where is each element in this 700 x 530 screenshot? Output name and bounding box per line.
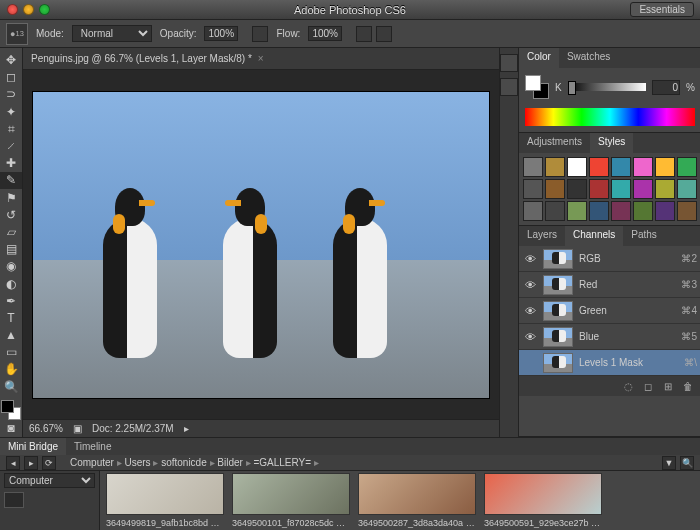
marquee-tool[interactable]: ◻ <box>0 69 22 85</box>
nav-boomerang-icon[interactable]: ⟳ <box>42 456 56 470</box>
tab-paths[interactable]: Paths <box>623 226 665 246</box>
style-swatch[interactable] <box>589 179 609 199</box>
style-swatch[interactable] <box>589 157 609 177</box>
history-brush-tool[interactable]: ↺ <box>0 207 22 223</box>
pen-tool[interactable]: ✒ <box>0 293 22 309</box>
stamp-tool[interactable]: ⚑ <box>0 190 22 206</box>
style-swatch[interactable] <box>589 201 609 221</box>
style-swatch[interactable] <box>523 201 543 221</box>
canvas-viewport[interactable] <box>23 70 499 419</box>
load-selection-icon[interactable]: ◌ <box>621 379 635 393</box>
nav-forward-icon[interactable]: ▸ <box>24 456 38 470</box>
zoom-level[interactable]: 66.67% <box>29 423 63 434</box>
style-swatch[interactable] <box>567 201 587 221</box>
visibility-eye-icon[interactable] <box>523 356 537 370</box>
breadcrumb-item[interactable]: =GALLERY= <box>253 457 311 468</box>
move-tool[interactable]: ✥ <box>0 52 22 68</box>
bridge-item[interactable]: 3649500591_929e3ce27b S… <box>484 473 602 528</box>
bridge-item[interactable]: 3649499819_9afb1bc8bd Softonic… <box>106 473 224 528</box>
channel-row[interactable]: 👁Red⌘3 <box>519 272 700 298</box>
blend-mode-select[interactable]: Normal <box>72 25 152 42</box>
dodge-tool[interactable]: ◐ <box>0 275 22 291</box>
tab-color[interactable]: Color <box>519 48 559 68</box>
color-swatch-tool[interactable] <box>0 400 22 420</box>
search-icon[interactable]: 🔍 <box>680 456 694 470</box>
breadcrumb-path[interactable]: Computer ▸ Users ▸ softonicde ▸ Bilder ▸… <box>70 457 319 468</box>
brush-preset-preview[interactable]: ●13 <box>6 23 28 45</box>
workspace-switcher[interactable]: Essentials <box>630 2 694 17</box>
eyedropper-tool[interactable]: ⟋ <box>0 138 22 154</box>
visibility-eye-icon[interactable]: 👁 <box>523 304 537 318</box>
color-swatch-pair[interactable] <box>525 75 549 99</box>
breadcrumb-item[interactable]: softonicde <box>161 457 207 468</box>
history-panel-icon[interactable] <box>500 54 518 72</box>
style-swatch[interactable] <box>655 157 675 177</box>
tab-mini-bridge[interactable]: Mini Bridge <box>0 438 66 455</box>
delete-channel-icon[interactable]: 🗑 <box>681 379 695 393</box>
location-select[interactable]: Computer <box>4 473 95 488</box>
flow-value[interactable]: 100% <box>308 26 342 41</box>
close-tab-icon[interactable]: × <box>258 53 264 64</box>
doc-size-icon[interactable]: ▣ <box>73 423 82 434</box>
tab-adjustments[interactable]: Adjustments <box>519 133 590 153</box>
channel-row[interactable]: Levels 1 Mask⌘\ <box>519 350 700 376</box>
airbrush-icon[interactable] <box>356 26 372 42</box>
style-swatch[interactable] <box>545 201 565 221</box>
style-swatch[interactable] <box>567 179 587 199</box>
k-value-input[interactable] <box>652 80 680 95</box>
breadcrumb-item[interactable]: Computer <box>70 457 114 468</box>
breadcrumb-item[interactable]: Bilder <box>217 457 243 468</box>
channel-row[interactable]: 👁Green⌘4 <box>519 298 700 324</box>
eraser-tool[interactable]: ▱ <box>0 224 22 240</box>
visibility-eye-icon[interactable]: 👁 <box>523 252 537 266</box>
blur-tool[interactable]: ◉ <box>0 258 22 274</box>
style-swatch[interactable] <box>633 157 653 177</box>
path-select-tool[interactable]: ▲ <box>0 327 22 343</box>
document-tab[interactable]: Penguins.jpg @ 66.7% (Levels 1, Layer Ma… <box>23 48 499 70</box>
healing-tool[interactable]: ✚ <box>0 155 22 171</box>
channel-row[interactable]: 👁Blue⌘5 <box>519 324 700 350</box>
opacity-value[interactable]: 100% <box>204 26 238 41</box>
tab-styles[interactable]: Styles <box>590 133 633 153</box>
style-swatch[interactable] <box>633 201 653 221</box>
foreground-swatch[interactable] <box>1 400 14 413</box>
channel-row[interactable]: 👁RGB⌘2 <box>519 246 700 272</box>
tab-swatches[interactable]: Swatches <box>559 48 618 68</box>
save-selection-icon[interactable]: ◻ <box>641 379 655 393</box>
style-swatch[interactable] <box>677 201 697 221</box>
style-swatch[interactable] <box>611 201 631 221</box>
nav-back-icon[interactable]: ◂ <box>6 456 20 470</box>
pressure-size-icon[interactable] <box>376 26 392 42</box>
bridge-item[interactable]: 3649500101_f87028c5dc Softonic… <box>232 473 350 528</box>
bridge-item[interactable]: 3649500287_3d8a3da40a Softonic… <box>358 473 476 528</box>
quick-mask-icon[interactable]: ◙ <box>0 420 22 436</box>
color-spectrum[interactable] <box>525 108 695 126</box>
visibility-eye-icon[interactable]: 👁 <box>523 278 537 292</box>
breadcrumb-item[interactable]: Users <box>124 457 150 468</box>
crop-tool[interactable]: ⌗ <box>0 121 22 137</box>
style-swatch[interactable] <box>545 179 565 199</box>
style-swatch[interactable] <box>567 157 587 177</box>
new-channel-icon[interactable]: ⊞ <box>661 379 675 393</box>
doc-info[interactable]: Doc: 2.25M/2.37M <box>92 423 174 434</box>
style-swatch[interactable] <box>611 179 631 199</box>
brush-tool[interactable]: ✎ <box>0 172 22 188</box>
pressure-opacity-icon[interactable] <box>252 26 268 42</box>
k-slider[interactable] <box>568 83 646 91</box>
hand-tool[interactable]: ✋ <box>0 361 22 377</box>
style-swatch[interactable] <box>611 157 631 177</box>
folder-thumb[interactable] <box>4 492 24 508</box>
properties-panel-icon[interactable] <box>500 78 518 96</box>
tab-layers[interactable]: Layers <box>519 226 565 246</box>
style-swatch[interactable] <box>545 157 565 177</box>
style-swatch[interactable] <box>655 179 675 199</box>
tab-timeline[interactable]: Timeline <box>66 438 119 455</box>
style-swatch[interactable] <box>677 179 697 199</box>
type-tool[interactable]: T <box>0 310 22 326</box>
shape-tool[interactable]: ▭ <box>0 344 22 360</box>
style-swatch[interactable] <box>655 201 675 221</box>
visibility-eye-icon[interactable]: 👁 <box>523 330 537 344</box>
style-swatch[interactable] <box>523 179 543 199</box>
gradient-tool[interactable]: ▤ <box>0 241 22 257</box>
zoom-tool[interactable]: 🔍 <box>0 379 22 395</box>
